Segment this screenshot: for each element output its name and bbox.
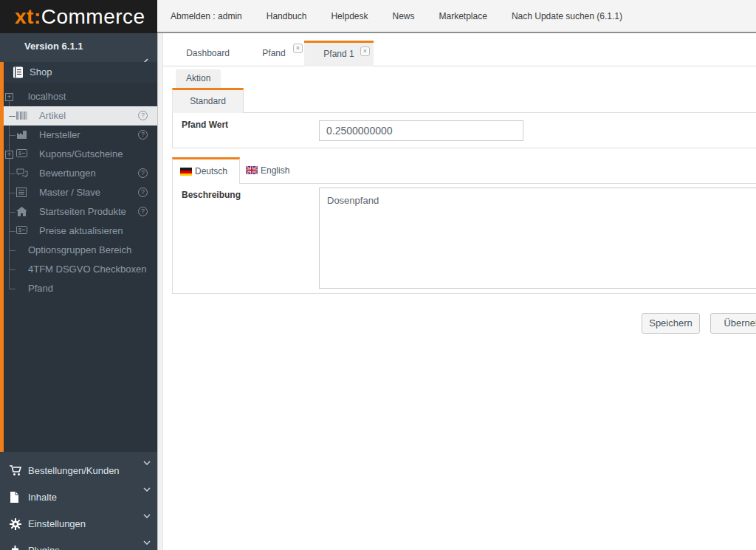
menu-helpdesk[interactable]: Helpdesk (331, 11, 368, 21)
tree-branch-line (9, 116, 16, 117)
tree-node-kupons[interactable]: + $ Kupons/Gutscheine (4, 145, 157, 164)
expand-plus-icon[interactable]: + (5, 93, 13, 101)
tab-deutsch[interactable]: Deutsch (172, 157, 240, 184)
tree-node-label: Kupons/Gutscheine (39, 145, 123, 164)
cart-icon (10, 465, 22, 476)
tree-branch-line (9, 289, 16, 289)
chevron-down-icon[interactable] (143, 540, 151, 545)
coupon-icon: $ (16, 149, 27, 157)
chevron-down-icon[interactable] (143, 514, 151, 518)
menu-update-check[interactable]: Nach Update suchen (6.1.1) (512, 11, 622, 21)
tree-node-label: Bewertungen (39, 164, 96, 183)
tree-node-pfand[interactable]: Pfand (4, 279, 157, 298)
tree-branch-line (9, 135, 16, 136)
tree-node-master-slave[interactable]: Master / Slave ? (4, 183, 157, 202)
chevron-down-icon[interactable] (143, 461, 151, 465)
home-icon (16, 207, 27, 216)
close-tab-icon[interactable]: × (360, 47, 370, 56)
svg-text:$: $ (18, 227, 21, 233)
brand-logo: xt:Commerce (0, 0, 157, 33)
file-icon (10, 492, 19, 503)
menu-marketplace[interactable]: Marketplace (439, 11, 487, 21)
sidebar-item-label: Bestellungen/Kunden (28, 458, 120, 484)
beschreibung-textarea[interactable]: Dosenpfand (319, 188, 756, 289)
tree-node-label: Artikel (39, 106, 66, 126)
sidebar-item-shop[interactable]: Shop (0, 62, 157, 83)
uk-flag-icon (246, 166, 258, 174)
tree-node-hersteller[interactable]: Hersteller ? (4, 126, 157, 145)
pfand-wert-label: Pfand Wert (182, 120, 228, 130)
coupon-icon: $ (16, 226, 27, 234)
sidebar-item-einstellungen[interactable]: Einstellungen (0, 511, 157, 537)
menu-handbuch[interactable]: Handbuch (267, 11, 307, 21)
sidebar: Version 6.1.1 Shop + localhost Artikel (0, 33, 157, 550)
tree-branch-line (9, 250, 16, 251)
tree-node-artikel[interactable]: Artikel ? (4, 106, 157, 126)
lang-tab-label: Deutsch (195, 159, 227, 184)
chevron-down-icon[interactable] (143, 487, 151, 492)
plug-icon (10, 545, 21, 550)
tab-label: Dashboard (186, 48, 230, 58)
tab-english[interactable]: English (240, 159, 306, 183)
tree-branch-line (9, 173, 16, 174)
factory-icon (16, 130, 27, 140)
standard-panel: Pfand Wert (172, 112, 756, 148)
beschreibung-label: Beschreibung (182, 190, 241, 200)
help-icon[interactable]: ? (138, 111, 148, 120)
help-icon[interactable]: ? (138, 130, 148, 140)
shop-tree: + localhost Artikel ? Hersteller ? (0, 83, 157, 452)
tab-label: Pfand 1 (323, 49, 354, 59)
tree-node-label: Master / Slave (39, 183, 100, 202)
sidebar-item-plugins[interactable]: Plugins (0, 537, 157, 550)
tab-dashboard[interactable]: Dashboard (172, 41, 244, 66)
german-flag-icon (180, 168, 192, 176)
expand-plus-icon[interactable]: + (5, 151, 13, 159)
tree-node-label: Preise aktualisieren (39, 221, 123, 241)
sidebar-item-label: Plugins (28, 537, 60, 550)
tab-pfand[interactable]: Pfand × (244, 41, 304, 66)
help-icon[interactable]: ? (138, 188, 148, 197)
content-scroll-gutter[interactable] (157, 33, 163, 550)
aktion-menu-button[interactable]: Aktion (176, 69, 221, 88)
tree-node-optionsgruppen[interactable]: Optionsgruppen Bereich (4, 241, 157, 260)
tree-node-label: Hersteller (39, 126, 80, 145)
app-window: xt:Commerce Abmelden : admin Handbuch He… (0, 0, 756, 550)
tree-node-label: localhost (28, 87, 66, 106)
sidebar-item-label: Shop (30, 66, 52, 78)
tree-branch-line (9, 269, 16, 270)
menu-news[interactable]: News (392, 11, 414, 21)
save-button[interactable]: Speichern (642, 313, 700, 334)
lang-tab-label: English (261, 159, 289, 182)
sidebar-item-inhalte[interactable]: Inhalte (0, 484, 157, 511)
tree-node-label: Optionsgruppen Bereich (28, 241, 131, 260)
tree-node-localhost[interactable]: + localhost (4, 87, 157, 106)
tree-node-label: 4TFM DSGVO Checkboxen (28, 260, 146, 279)
tab-pfand-1[interactable]: Pfand 1 × (304, 41, 374, 66)
help-icon[interactable]: ? (138, 168, 148, 178)
sidebar-item-bestellungen[interactable]: Bestellungen/Kunden (0, 458, 157, 484)
sidebar-item-label: Einstellungen (28, 511, 86, 537)
tree-node-bewertungen[interactable]: Bewertungen ? (4, 164, 157, 183)
list-icon (16, 188, 27, 197)
comments-icon (16, 168, 28, 178)
brand-logo-prefix: xt: (15, 5, 41, 28)
tree-node-preise[interactable]: $ Preise aktualisieren (4, 221, 157, 241)
tree-node-startseiten[interactable]: Startseiten Produkte ? (4, 202, 157, 221)
apply-button[interactable]: Übernehmen (710, 313, 756, 334)
tab-standard[interactable]: Standard (172, 88, 244, 113)
pfand-wert-input[interactable] (319, 120, 523, 141)
tab-label: Pfand (262, 48, 285, 58)
close-tab-icon[interactable]: × (293, 44, 303, 53)
brand-logo-suffix: Commerce (41, 5, 145, 28)
tree-branch-line (9, 193, 16, 193)
svg-text:$: $ (18, 151, 21, 156)
ledger-icon (13, 66, 24, 78)
barcode-icon (16, 111, 27, 120)
gear-icon (10, 518, 21, 530)
tree-node-label: Startseiten Produkte (39, 202, 126, 221)
language-panel: Beschreibung Dosenpfand (172, 183, 756, 294)
top-menubar: Abmelden : admin Handbuch Helpdesk News … (157, 0, 756, 33)
menu-logout[interactable]: Abmelden : admin (171, 11, 242, 21)
help-icon[interactable]: ? (138, 207, 148, 216)
tree-node-dsgvo[interactable]: 4TFM DSGVO Checkboxen (4, 260, 157, 279)
